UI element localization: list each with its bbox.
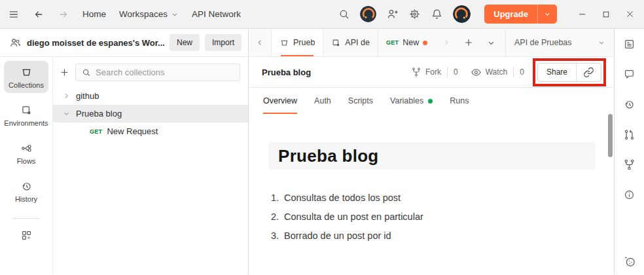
sidebar-item-history[interactable]: History xyxy=(4,175,48,207)
eye-icon xyxy=(471,67,482,78)
sidebar-rail: Collections Environments Flows xyxy=(0,57,52,274)
cookies-icon[interactable] xyxy=(623,255,636,268)
configure-sidebar-icon[interactable] xyxy=(20,229,33,242)
collection-header: Prueba blog Fork 0 Watch 0 xyxy=(249,57,614,88)
nav-api-network[interactable]: API Network xyxy=(192,9,241,19)
environment-selector[interactable]: API de Pruebas xyxy=(505,29,614,56)
unsaved-changes-dot xyxy=(423,41,427,45)
rail-label: Collections xyxy=(9,81,44,89)
scroll-tabs-right-icon[interactable] xyxy=(435,29,457,56)
copy-link-button[interactable] xyxy=(576,64,601,81)
collection-icon xyxy=(279,38,289,48)
search-icon xyxy=(82,68,91,77)
flows-icon xyxy=(20,142,33,155)
workspace-name[interactable]: diego moisset de espanes's Wor... xyxy=(27,38,164,48)
watch-button[interactable]: Watch xyxy=(471,67,508,78)
window-maximize-button[interactable] xyxy=(601,10,611,19)
nav-home[interactable]: Home xyxy=(82,9,106,19)
tab-overview[interactable]: Overview xyxy=(263,96,297,114)
tab-label: Prueb xyxy=(293,38,315,47)
info-icon[interactable] xyxy=(623,189,635,201)
sidebar-item-collections[interactable]: Collections xyxy=(4,61,48,93)
collection-tabs: Overview Auth Scripts Variables Runs xyxy=(249,88,614,114)
nav-workspaces[interactable]: Workspaces xyxy=(119,9,179,19)
upgrade-dropdown-button[interactable] xyxy=(537,5,557,24)
fork-count[interactable]: 0 xyxy=(454,67,458,77)
settings-gear-icon[interactable] xyxy=(408,8,421,20)
tab-variables[interactable]: Variables xyxy=(390,96,433,114)
new-button[interactable]: New xyxy=(170,34,200,51)
tab-options-chevron-icon[interactable] xyxy=(480,29,502,56)
sidebar-item-environments[interactable]: Environments xyxy=(4,99,48,131)
sidebar-item-flows[interactable]: Flows xyxy=(4,137,48,169)
menu-icon[interactable] xyxy=(8,9,20,20)
variables-indicator-dot xyxy=(428,99,433,103)
search-collections-input[interactable] xyxy=(96,67,234,77)
tab-request-new[interactable]: GET New xyxy=(378,29,435,56)
environment-selector-value: API de Pruebas xyxy=(514,38,572,47)
documentation-title-block[interactable]: Prueba blog xyxy=(268,142,596,170)
window-minimize-button[interactable] xyxy=(577,9,587,19)
workbench: Prueb API de GET New xyxy=(249,29,614,274)
collections-panel: github Prueba blog GET New Request xyxy=(52,57,248,274)
upgrade-button[interactable]: Upgrade xyxy=(484,5,537,24)
scrollbar-thumb[interactable] xyxy=(608,114,613,157)
method-badge: GET xyxy=(386,39,399,46)
tab-runs[interactable]: Runs xyxy=(450,96,469,114)
pull-request-icon[interactable] xyxy=(623,128,635,141)
fork-label: Fork xyxy=(425,67,441,77)
comments-icon[interactable] xyxy=(623,68,635,81)
forward-arrow-icon[interactable] xyxy=(58,9,69,20)
list-item: Borrado de un post por id xyxy=(281,230,596,242)
changelog-icon[interactable] xyxy=(623,98,635,111)
collection-row-github[interactable]: github xyxy=(53,87,248,105)
method-badge: GET xyxy=(90,128,102,135)
import-button[interactable]: Import xyxy=(205,34,241,51)
request-row-new-request[interactable]: GET New Request xyxy=(53,122,248,140)
tab-label: API de xyxy=(345,38,370,47)
divider xyxy=(513,67,514,77)
tab-variables-label: Variables xyxy=(390,96,423,105)
upgrade-split-button: Upgrade xyxy=(484,5,557,24)
fork-button[interactable]: Fork xyxy=(411,67,441,77)
chevron-down-icon xyxy=(598,39,605,46)
scroll-tabs-left-icon[interactable] xyxy=(249,29,271,56)
user-avatar[interactable] xyxy=(453,5,471,23)
rail-label: Flows xyxy=(17,157,36,165)
rail-label: History xyxy=(15,195,37,203)
sidebar: diego moisset de espanes's Wor... New Im… xyxy=(0,29,249,274)
add-collection-icon[interactable] xyxy=(59,67,70,78)
collection-title: Prueba blog xyxy=(262,67,311,77)
rail-label: Environments xyxy=(4,119,48,127)
tab-collection-prueba[interactable]: Prueb xyxy=(271,29,323,56)
documentation-icon[interactable] xyxy=(623,38,635,50)
list-item: Consultas de todos los post xyxy=(281,192,596,204)
environment-icon xyxy=(331,38,341,48)
workspace-people-icon xyxy=(9,37,22,49)
team-avatar[interactable] xyxy=(360,6,376,22)
fork-icon[interactable] xyxy=(623,158,635,171)
window-close-button[interactable] xyxy=(625,9,635,19)
tab-environment-api-de[interactable]: API de xyxy=(323,29,378,56)
watch-count[interactable]: 0 xyxy=(520,67,524,77)
fork-icon xyxy=(411,67,421,77)
tab-bar: Prueb API de GET New xyxy=(249,29,614,57)
collection-name: github xyxy=(76,91,99,101)
collection-row-prueba-blog[interactable]: Prueba blog xyxy=(53,105,248,122)
workspace-header: diego moisset de espanes's Wor... New Im… xyxy=(0,29,248,57)
tab-auth[interactable]: Auth xyxy=(314,96,331,114)
search-icon[interactable] xyxy=(338,9,350,20)
request-name: New Request xyxy=(107,126,158,136)
tab-label: New xyxy=(402,38,419,47)
chevron-down-icon xyxy=(171,10,179,18)
back-arrow-icon[interactable] xyxy=(33,9,45,20)
invite-user-icon[interactable] xyxy=(386,8,399,20)
notifications-bell-icon[interactable] xyxy=(431,8,443,20)
share-button[interactable]: Share xyxy=(538,64,576,81)
annotation-highlight-box: Share xyxy=(533,58,606,86)
list-item: Consulta de un post en particular xyxy=(281,211,596,223)
new-tab-icon[interactable] xyxy=(457,29,480,56)
tab-scripts[interactable]: Scripts xyxy=(348,96,373,114)
history-icon xyxy=(20,180,33,192)
overview-content: Prueba blog Consultas de todos los post … xyxy=(249,114,614,274)
